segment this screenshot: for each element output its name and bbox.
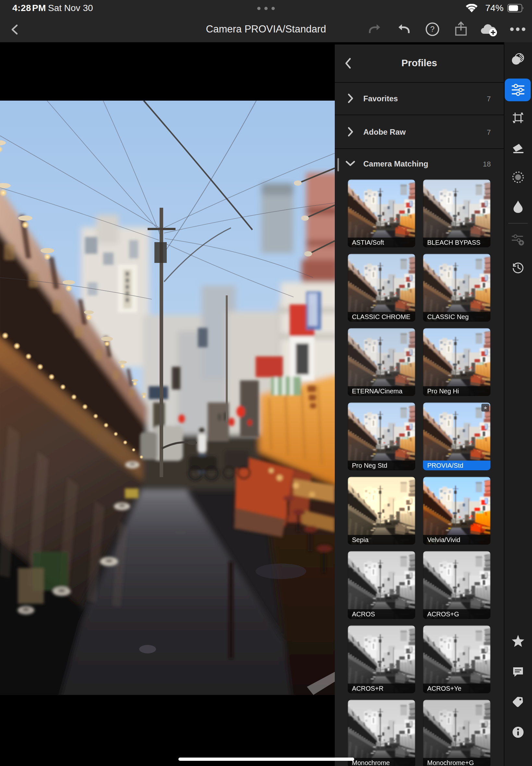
svg-text:?: ? (430, 25, 434, 33)
